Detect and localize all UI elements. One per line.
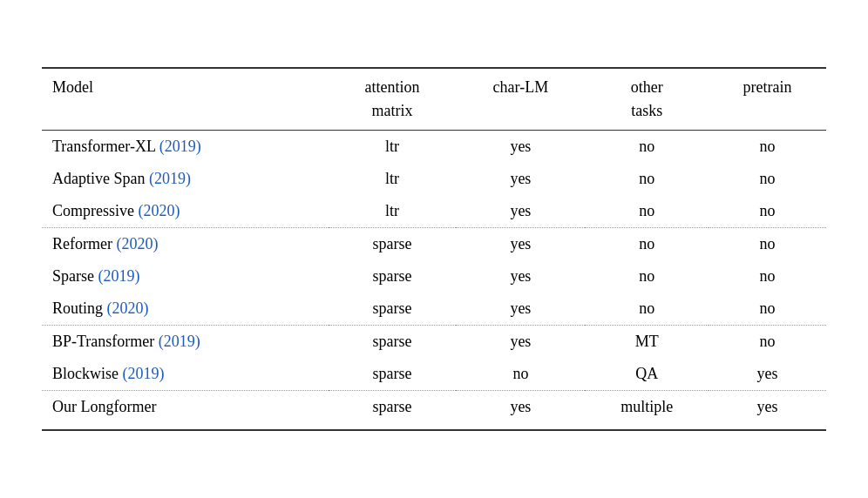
cell-other: multiple — [585, 391, 709, 431]
cell-charlm: yes — [456, 260, 585, 293]
year-label: (2020) — [116, 235, 158, 252]
cell-model: Compressive (2020) — [42, 195, 329, 228]
cell-pretrain: no — [709, 260, 826, 293]
cell-attention: sparse — [329, 326, 457, 359]
cell-other: no — [585, 260, 709, 293]
cell-model: Blockwise (2019) — [42, 358, 329, 391]
cell-charlm: yes — [456, 326, 585, 359]
comparison-table: Model attentionmatrix char-LM othertasks… — [42, 67, 826, 431]
cell-pretrain: no — [709, 228, 826, 261]
cell-attention: sparse — [329, 260, 457, 293]
table-row: Routing (2020)sparseyesnono — [42, 293, 826, 326]
table-header-row: Model attentionmatrix char-LM othertasks… — [42, 68, 826, 131]
cell-model: Routing (2020) — [42, 293, 329, 326]
cell-pretrain: yes — [709, 391, 826, 431]
cell-pretrain: no — [709, 131, 826, 164]
cell-charlm: no — [456, 358, 585, 391]
cell-other: no — [585, 195, 709, 228]
cell-model: Adaptive Span (2019) — [42, 163, 329, 195]
year-label: (2020) — [139, 202, 180, 219]
cell-model: Transformer-XL (2019) — [42, 131, 329, 164]
header-charlm: char-LM — [456, 68, 585, 131]
header-attention: attentionmatrix — [329, 68, 457, 131]
table-row: Our Longformersparseyesmultipleyes — [42, 391, 826, 431]
cell-attention: sparse — [329, 228, 457, 261]
cell-pretrain: no — [709, 163, 826, 195]
cell-attention: ltr — [329, 163, 457, 195]
table-row: BP-Transformer (2019)sparseyesMTno — [42, 326, 826, 359]
year-label: (2020) — [107, 299, 149, 317]
cell-other: no — [585, 131, 709, 164]
cell-pretrain: no — [709, 326, 826, 359]
table-container: Model attentionmatrix char-LM othertasks… — [42, 67, 826, 431]
year-label: (2019) — [98, 267, 140, 285]
cell-pretrain: yes — [709, 358, 826, 391]
cell-other: no — [585, 228, 709, 261]
cell-pretrain: no — [709, 195, 826, 228]
table-row: Compressive (2020)ltryesnono — [42, 195, 826, 228]
cell-attention: ltr — [329, 131, 457, 164]
cell-other: MT — [585, 326, 709, 359]
table-row: Reformer (2020)sparseyesnono — [42, 228, 826, 261]
cell-charlm: yes — [456, 293, 585, 326]
cell-charlm: yes — [456, 131, 585, 164]
cell-model: Sparse (2019) — [42, 260, 329, 293]
cell-charlm: yes — [456, 228, 585, 261]
cell-charlm: yes — [456, 391, 585, 431]
cell-model: Our Longformer — [42, 391, 329, 431]
cell-other: no — [585, 293, 709, 326]
cell-model: Reformer (2020) — [42, 228, 329, 261]
table-row: Adaptive Span (2019)ltryesnono — [42, 163, 826, 195]
cell-attention: ltr — [329, 195, 457, 228]
header-pretrain: pretrain — [709, 68, 826, 131]
cell-attention: sparse — [329, 293, 457, 326]
year-label: (2019) — [159, 333, 200, 350]
table-row: Blockwise (2019)sparsenoQAyes — [42, 358, 826, 391]
year-label: (2019) — [159, 138, 201, 155]
cell-pretrain: no — [709, 293, 826, 326]
table-row: Transformer-XL (2019)ltryesnono — [42, 131, 826, 164]
cell-other: no — [585, 163, 709, 195]
cell-attention: sparse — [329, 391, 457, 431]
year-label: (2019) — [123, 365, 165, 382]
year-label: (2019) — [149, 170, 191, 187]
cell-charlm: yes — [456, 195, 585, 228]
table-row: Sparse (2019)sparseyesnono — [42, 260, 826, 293]
cell-other: QA — [585, 358, 709, 391]
header-model: Model — [42, 68, 329, 131]
cell-charlm: yes — [456, 163, 585, 195]
header-other: othertasks — [585, 68, 709, 131]
cell-attention: sparse — [329, 358, 457, 391]
cell-model: BP-Transformer (2019) — [42, 326, 329, 359]
